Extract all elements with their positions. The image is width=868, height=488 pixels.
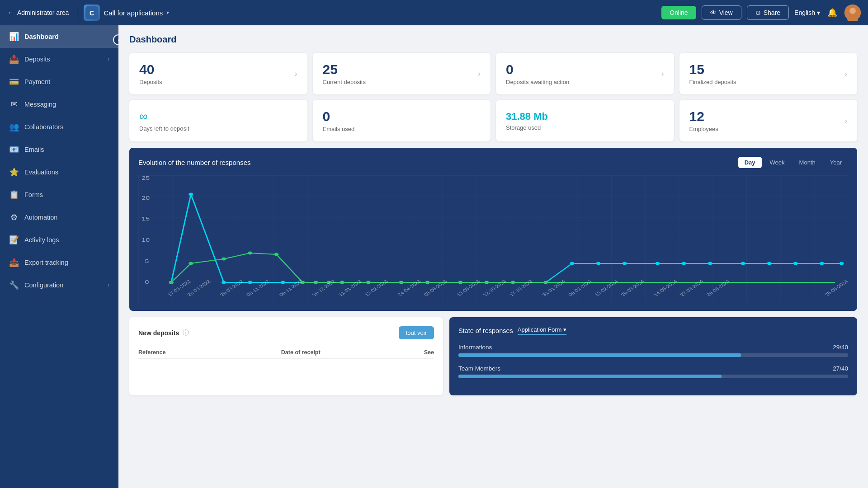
admin-label: Administrator area <box>17 9 69 16</box>
response-item-header: Informations 29/40 <box>458 344 848 351</box>
stat-info: 0 Deposits awaiting action <box>506 62 569 85</box>
svg-text:20: 20 <box>142 195 150 201</box>
stat-card-finalized-deposits[interactable]: 15 Finalized deposits › <box>679 53 858 94</box>
svg-text:C: C <box>90 9 94 17</box>
svg-point-32 <box>741 262 745 265</box>
stat-card-employees[interactable]: 12 Employees › <box>679 100 858 141</box>
sidebar-item-label: Deposits <box>24 56 50 63</box>
share-icon: ⊙ <box>755 9 761 16</box>
sidebar-item-automation[interactable]: ⚙ Automation <box>0 206 118 229</box>
chevron-right-icon: › <box>108 282 109 288</box>
sidebar-item-messaging[interactable]: ✉ Messaging <box>0 93 118 116</box>
sidebar-item-emails[interactable]: 📧 Emails <box>0 138 118 161</box>
configuration-icon: 🔧 <box>9 280 19 290</box>
tab-day[interactable]: Day <box>738 157 762 168</box>
deposits-table-header: Reference Date of receipt See <box>138 347 434 359</box>
notification-icon[interactable]: 🔔 <box>827 8 837 18</box>
tab-year[interactable]: Year <box>824 157 848 168</box>
stat-info: 40 Deposits <box>139 62 162 85</box>
svg-point-39 <box>222 258 226 261</box>
stat-card-days-left: ∞ Days left to deposit <box>129 100 307 141</box>
deposits-title: New deposits <box>138 329 179 337</box>
tab-week[interactable]: Week <box>764 157 791 168</box>
svg-point-30 <box>681 262 686 265</box>
view-label: View <box>719 9 733 16</box>
sidebar-item-collaborators[interactable]: 👥 Collaborators <box>0 116 118 138</box>
lang-chevron-icon: ▾ <box>817 9 820 16</box>
dashboard-icon: 📊 <box>9 32 19 42</box>
deposits-title-row: New deposits ⓘ <box>138 329 189 337</box>
stat-label: Deposits awaiting action <box>506 79 569 85</box>
responses-title: State of responses <box>458 327 513 334</box>
avatar[interactable] <box>844 5 861 21</box>
deposits-header: New deposits ⓘ tout voir <box>138 326 434 339</box>
stat-card-deposits[interactable]: 40 Deposits › <box>129 53 307 94</box>
col-date: Date of receipt <box>281 349 424 356</box>
svg-point-36 <box>839 262 844 265</box>
svg-point-27 <box>596 262 601 265</box>
tout-voir-button[interactable]: tout voir <box>399 326 434 339</box>
chart-title: Evolution of the number of responses <box>138 159 250 166</box>
stat-info: 25 Current deposits <box>323 62 366 85</box>
stat-label: Storage used <box>506 124 548 131</box>
stat-card-current-deposits[interactable]: 25 Current deposits › <box>313 53 491 94</box>
responses-card: State of responses Application Form ▾ In… <box>449 317 857 395</box>
sidebar-item-dashboard[interactable]: 📊 Dashboard <box>0 25 118 48</box>
sidebar-item-label: Evaluations <box>24 169 58 176</box>
sidebar-item-label: Activity logs <box>24 236 59 244</box>
response-count: 29/40 <box>833 344 848 351</box>
share-label: Share <box>764 9 780 16</box>
dropdown-chevron-icon: ▾ <box>563 326 566 333</box>
sidebar-item-forms[interactable]: 📋 Forms <box>0 183 118 206</box>
chevron-right-icon: › <box>478 69 481 79</box>
tab-month[interactable]: Month <box>793 157 822 168</box>
sidebar-item-label: Messaging <box>24 101 56 108</box>
chart-container: 0 5 10 15 20 25 <box>138 175 848 302</box>
svg-point-41 <box>274 253 278 256</box>
app-name: Call for applications <box>104 9 163 17</box>
sidebar: ‹ 📊 Dashboard 📥 Deposits › 💳 Payment ✉ M… <box>0 25 118 488</box>
progress-bar-bg <box>458 353 848 357</box>
response-count: 27/40 <box>833 365 848 372</box>
chevron-right-icon: › <box>844 116 847 126</box>
online-button[interactable]: Online <box>661 6 696 19</box>
response-item-team-members: Team Members 27/40 <box>458 365 848 378</box>
application-form-selector[interactable]: Application Form ▾ <box>518 326 567 335</box>
view-button[interactable]: 👁 View <box>702 5 741 20</box>
stat-number-big: 31.88 Mb <box>506 111 548 122</box>
language-selector[interactable]: English ▾ <box>794 9 820 16</box>
sidebar-item-configuration[interactable]: 🔧 Configuration › <box>0 274 118 296</box>
deposits-icon: 📥 <box>9 54 19 64</box>
deposits-card: New deposits ⓘ tout voir Reference Date … <box>129 317 443 395</box>
sidebar-item-deposits[interactable]: 📥 Deposits › <box>0 48 118 70</box>
topbar: ← Administrator area C Call for applicat… <box>0 0 868 25</box>
stat-number: 15 <box>689 62 736 77</box>
stat-card-awaiting-deposits[interactable]: 0 Deposits awaiting action › <box>496 53 674 94</box>
topbar-divider <box>78 6 78 19</box>
chart-svg: 0 5 10 15 20 25 <box>138 175 848 302</box>
forms-icon: 📋 <box>9 190 19 200</box>
svg-point-31 <box>708 262 712 265</box>
export-tracking-icon: 📤 <box>9 258 19 267</box>
admin-area[interactable]: ← Administrator area <box>7 9 69 16</box>
app-selector: C Call for applications ▾ <box>84 5 656 21</box>
sidebar-item-export-tracking[interactable]: 📤 Export tracking <box>0 251 118 274</box>
sidebar-item-label: Automation <box>24 214 57 221</box>
info-icon[interactable]: ⓘ <box>183 329 189 337</box>
svg-point-16 <box>281 281 285 284</box>
svg-point-38 <box>189 262 193 265</box>
svg-text:15: 15 <box>142 216 150 221</box>
stat-label: Days left to deposit <box>139 125 189 132</box>
stats-row-1: 40 Deposits › 25 Current deposits › 0 De… <box>129 53 857 94</box>
sidebar-item-evaluations[interactable]: ⭐ Evaluations <box>0 161 118 183</box>
form-label: Application Form <box>518 326 562 333</box>
svg-point-37 <box>169 281 174 284</box>
back-icon: ← <box>7 9 14 16</box>
sidebar-item-payment[interactable]: 💳 Payment <box>0 70 118 93</box>
app-chevron-icon[interactable]: ▾ <box>166 9 169 16</box>
sidebar-item-activity-logs[interactable]: 📝 Activity logs <box>0 229 118 251</box>
chart-header: Evolution of the number of responses Day… <box>138 157 848 168</box>
share-button[interactable]: ⊙ Share <box>747 5 789 20</box>
svg-point-28 <box>623 262 627 265</box>
col-reference: Reference <box>138 349 281 356</box>
